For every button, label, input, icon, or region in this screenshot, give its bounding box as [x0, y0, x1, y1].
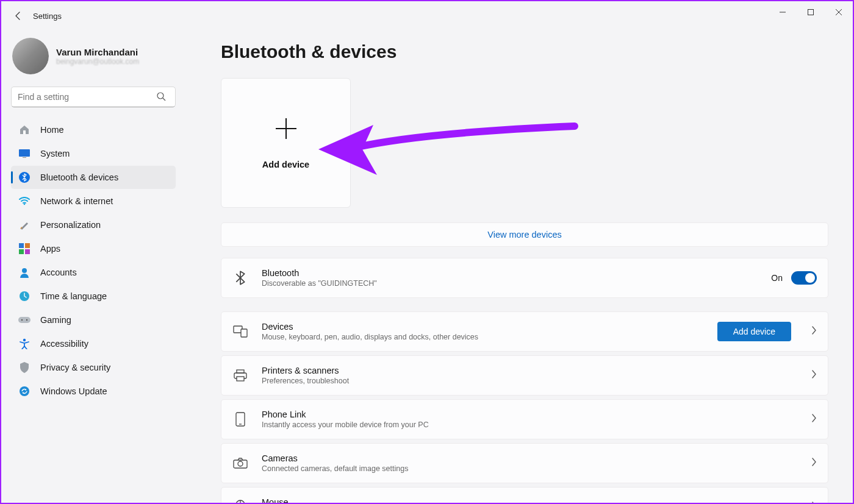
nav-item-network[interactable]: Network & internet — [11, 190, 176, 213]
row-mouse[interactable]: Mouse Buttons, mouse pointer speed, scro… — [221, 487, 828, 503]
nav-label: Personalization — [40, 220, 101, 230]
nav-list: Home System Bluetooth & devices Network … — [11, 118, 177, 403]
svg-rect-5 — [19, 149, 30, 157]
clock-icon — [18, 290, 30, 302]
svg-point-13 — [22, 268, 27, 273]
nav-item-time[interactable]: Time & language — [11, 285, 176, 308]
chevron-right-icon — [811, 502, 817, 503]
svg-rect-10 — [25, 243, 30, 248]
wifi-icon — [18, 195, 30, 207]
window-title: Settings — [33, 12, 62, 21]
add-device-button[interactable]: Add device — [717, 322, 791, 341]
svg-point-8 — [24, 204, 26, 205]
profile-email: beingvarun@outlook.com — [56, 57, 139, 66]
view-more-devices[interactable]: View more devices — [221, 222, 828, 247]
svg-rect-11 — [19, 249, 24, 254]
bluetooth-title: Bluetooth — [262, 268, 758, 278]
svg-rect-4 — [23, 130, 26, 134]
profile-name: Varun Mirchandani — [56, 47, 139, 57]
window-controls — [769, 1, 853, 23]
update-icon — [18, 385, 30, 397]
brush-icon — [18, 219, 30, 231]
devices-icon — [232, 324, 248, 339]
svg-point-2 — [157, 93, 163, 99]
close-button[interactable] — [825, 1, 853, 23]
svg-point-30 — [238, 461, 243, 466]
nav-label: Privacy & security — [40, 363, 110, 372]
mouse-title: Mouse — [262, 497, 791, 503]
shield-icon — [18, 361, 30, 374]
svg-rect-6 — [23, 157, 26, 158]
apps-icon — [18, 243, 30, 255]
row-cameras[interactable]: Cameras Connected cameras, default image… — [221, 443, 828, 483]
devices-subtitle: Mouse, keyboard, pen, audio, displays an… — [262, 333, 704, 341]
back-button[interactable] — [6, 4, 30, 28]
add-device-label: Add device — [262, 160, 309, 169]
nav-item-accessibility[interactable]: Accessibility — [11, 332, 176, 355]
nav-item-system[interactable]: System — [11, 142, 176, 165]
bluetooth-subtitle: Discoverable as "GUIDINGTECH" — [262, 279, 758, 288]
printers-title: Printers & scanners — [262, 366, 791, 375]
accessibility-icon — [18, 338, 30, 350]
nav-label: Windows Update — [40, 386, 107, 396]
nav-item-personalization[interactable]: Personalization — [11, 213, 176, 236]
svg-point-19 — [20, 386, 29, 396]
titlebar: Settings — [1, 1, 853, 30]
svg-line-3 — [163, 98, 165, 101]
view-more-label: View more devices — [487, 230, 561, 240]
mouse-icon — [232, 499, 248, 503]
page-title: Bluetooth & devices — [221, 41, 828, 62]
svg-rect-9 — [19, 243, 24, 248]
row-devices[interactable]: Devices Mouse, keyboard, pen, audio, dis… — [221, 311, 828, 352]
printer-icon — [232, 367, 248, 383]
add-device-card[interactable]: Add device — [221, 78, 351, 208]
printers-subtitle: Preferences, troubleshoot — [262, 377, 791, 385]
row-phone-link[interactable]: Phone Link Instantly access your mobile … — [221, 399, 828, 439]
nav-label: System — [40, 149, 70, 158]
nav-label: Apps — [40, 244, 60, 254]
svg-point-17 — [26, 319, 27, 321]
nav-item-bluetooth[interactable]: Bluetooth & devices — [11, 166, 176, 189]
svg-point-16 — [21, 319, 23, 321]
search-wrap — [11, 87, 177, 107]
phone-icon — [232, 411, 248, 427]
sidebar: Varun Mirchandani beingvarun@outlook.com… — [1, 30, 184, 503]
nav-label: Bluetooth & devices — [40, 172, 118, 182]
search-input[interactable] — [11, 87, 176, 107]
chevron-right-icon — [811, 370, 817, 381]
plus-icon — [274, 117, 298, 143]
main-content: Bluetooth & devices Add device View more… — [184, 30, 853, 503]
nav-item-home[interactable]: Home — [11, 118, 176, 141]
bluetooth-icon — [18, 171, 30, 183]
chevron-right-icon — [811, 326, 817, 337]
nav-label: Accounts — [40, 268, 77, 277]
chevron-right-icon — [811, 458, 817, 469]
nav-item-apps[interactable]: Apps — [11, 237, 176, 260]
svg-rect-24 — [237, 370, 244, 373]
minimize-button[interactable] — [769, 1, 797, 23]
chevron-right-icon — [811, 414, 817, 425]
search-icon — [156, 91, 166, 104]
devices-title: Devices — [262, 322, 704, 332]
nav-item-privacy[interactable]: Privacy & security — [11, 356, 176, 379]
bluetooth-small-icon — [232, 270, 248, 286]
profile-block[interactable]: Varun Mirchandani beingvarun@outlook.com — [12, 38, 177, 74]
row-printers[interactable]: Printers & scanners Preferences, trouble… — [221, 355, 828, 396]
svg-rect-1 — [808, 10, 814, 15]
bluetooth-toggle-row: Bluetooth Discoverable as "GUIDINGTECH" … — [221, 258, 828, 298]
nav-item-gaming[interactable]: Gaming — [11, 308, 176, 332]
phone-title: Phone Link — [262, 410, 791, 419]
svg-rect-12 — [25, 249, 30, 254]
nav-label: Home — [40, 125, 64, 135]
home-icon — [18, 124, 30, 136]
maximize-button[interactable] — [797, 1, 825, 23]
nav-item-update[interactable]: Windows Update — [11, 380, 176, 403]
bluetooth-toggle[interactable] — [791, 271, 817, 285]
svg-rect-26 — [237, 377, 244, 381]
nav-label: Network & internet — [40, 196, 113, 206]
cameras-title: Cameras — [262, 453, 791, 463]
bluetooth-state-label: On — [771, 273, 783, 283]
svg-rect-23 — [241, 329, 247, 337]
person-icon — [18, 266, 30, 279]
nav-item-accounts[interactable]: Accounts — [11, 261, 176, 284]
